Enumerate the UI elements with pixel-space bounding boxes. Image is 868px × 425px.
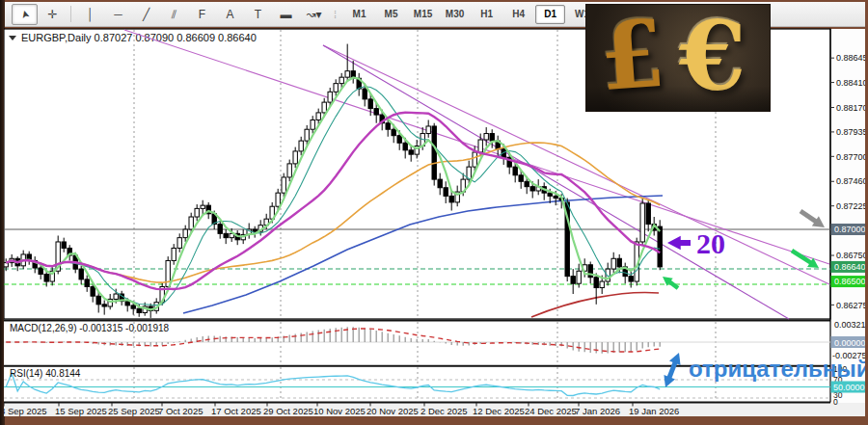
svg-text:0.003214: 0.003214 <box>834 320 865 330</box>
timeframe-button-H1[interactable]: H1 <box>472 5 502 24</box>
arrows-tool-button[interactable]: ↝▾ <box>301 4 327 25</box>
svg-text:0.88645: 0.88645 <box>836 53 865 63</box>
svg-text:3 Sep 2025: 3 Sep 2025 <box>4 406 47 416</box>
svg-text:0.00000: 0.00000 <box>834 338 865 348</box>
toolbar-separator <box>70 6 72 22</box>
svg-text:0.87935: 0.87935 <box>836 127 865 137</box>
toolbar-grip: ⁞ <box>334 9 338 20</box>
svg-text:0.87225: 0.87225 <box>836 201 865 211</box>
text-tool-button[interactable]: A <box>217 4 243 25</box>
timeframe-button-M1[interactable]: M1 <box>344 5 374 24</box>
shapes-tool-button[interactable]: ▬ <box>273 4 299 25</box>
price-axis[interactable]: 0.886450.884100.881700.879350.877000.874… <box>830 53 865 406</box>
timeframe-button-M5[interactable]: M5 <box>376 5 406 24</box>
vertical-line-tool-button[interactable]: │ <box>77 4 103 25</box>
svg-text:50.0000: 50.0000 <box>833 383 865 392</box>
svg-text:2 Dec 2025: 2 Dec 2025 <box>420 406 468 416</box>
time-axis[interactable]: 3 Sep 202515 Sep 202525 Sep 20257 Oct 20… <box>4 403 679 416</box>
svg-text:EURGBP,Daily 0.87027 0.87090: EURGBP,Daily 0.87027 0.87090 0.86609 0.8… <box>21 32 257 43</box>
svg-text:25 Sep 2025: 25 Sep 2025 <box>108 406 160 416</box>
svg-text:7 Oct 2025: 7 Oct 2025 <box>158 406 203 416</box>
svg-text:RSI(14) 40.8144: RSI(14) 40.8144 <box>10 368 81 379</box>
svg-text:17 Oct 2025: 17 Oct 2025 <box>211 406 261 416</box>
photo-floor-shadow <box>586 86 770 111</box>
timeframe-button-D1[interactable]: D1 <box>535 5 565 24</box>
trendline-tool-button[interactable]: ╱ <box>133 4 159 25</box>
svg-text:отрицательный: отрицательный <box>689 356 865 382</box>
currency-photo: £ € <box>586 5 770 111</box>
svg-text:20 Nov 2025: 20 Nov 2025 <box>366 406 419 416</box>
svg-text:MACD(12,26,9) -0.001315 -0.001: MACD(12,26,9) -0.001315 -0.001918 <box>10 323 170 333</box>
timeframe-button-M15[interactable]: M15 <box>408 5 438 24</box>
label-tool-button[interactable]: T <box>245 4 271 25</box>
metatrader-window: ➤✛│─╱⫽FAT▬↝▾⁞M1M5M15M30H1H4D1W1MN EURGBP… <box>0 0 868 425</box>
svg-text:0.87460: 0.87460 <box>836 176 865 186</box>
equidistant-channel-tool-button[interactable]: ⫽ <box>161 4 187 25</box>
timeframe-button-H4[interactable]: H4 <box>503 5 533 24</box>
svg-text:15 Sep 2025: 15 Sep 2025 <box>55 406 107 416</box>
svg-text:10 Nov 2025: 10 Nov 2025 <box>313 406 366 416</box>
crosshair-tool-button[interactable]: ✛ <box>40 4 66 25</box>
cursor-tool-button[interactable]: ➤ <box>12 4 38 25</box>
svg-text:0.86500: 0.86500 <box>834 277 865 286</box>
svg-text:0.86750: 0.86750 <box>836 251 865 260</box>
svg-text:0.87000: 0.87000 <box>834 225 865 234</box>
timeframe-button-M30[interactable]: M30 <box>440 5 470 24</box>
svg-text:24 Dec 2025: 24 Dec 2025 <box>525 406 577 416</box>
svg-text:29 Oct 2025: 29 Oct 2025 <box>263 406 313 416</box>
svg-text:19 Jan 2026: 19 Jan 2026 <box>629 406 679 416</box>
svg-text:0.86275: 0.86275 <box>836 301 865 310</box>
svg-text:12 Dec 2025: 12 Dec 2025 <box>473 406 525 416</box>
svg-text:0.88170: 0.88170 <box>836 103 865 113</box>
horizontal-line-tool-button[interactable]: ─ <box>105 4 131 25</box>
svg-text:0.87700: 0.87700 <box>836 152 865 162</box>
svg-text:7 Jan 2026: 7 Jan 2026 <box>575 406 620 416</box>
fibonacci-tool-button[interactable]: F <box>189 4 215 25</box>
svg-text:20: 20 <box>696 227 725 259</box>
svg-text:0: 0 <box>833 397 838 407</box>
svg-text:0.88410: 0.88410 <box>836 78 865 88</box>
svg-text:0.86640: 0.86640 <box>834 262 865 272</box>
